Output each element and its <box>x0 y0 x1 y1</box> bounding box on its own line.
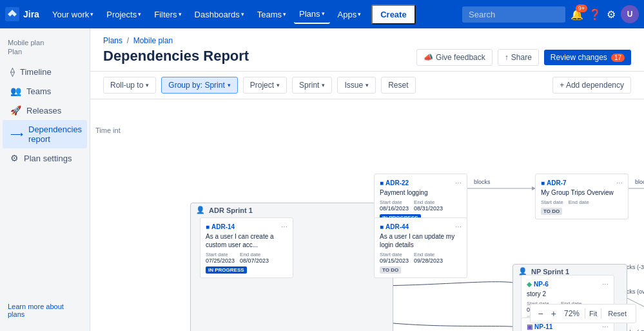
timeline-icon: ⟠ <box>10 66 15 77</box>
sprint-group-label-adr-1: 👤 ADR Sprint 1 <box>191 203 393 217</box>
review-badge: 17 <box>611 54 625 62</box>
sidebar-item-teams[interactable]: 👥 Teams <box>3 81 87 101</box>
nav-your-work[interactable]: Your work ▾ <box>47 6 99 23</box>
card-menu-icon[interactable]: ··· <box>602 279 609 288</box>
top-nav: Jira Your work ▾ Projects ▾ Filters ▾ Da… <box>0 0 644 28</box>
notifications-icon[interactable]: 🔔 9+ <box>571 8 583 21</box>
zoom-controls: − + 72% Fit Reset <box>530 304 636 323</box>
canvas[interactable]: Time int <box>90 99 644 331</box>
time-int-label: Time int <box>93 125 123 135</box>
zoom-out-button[interactable]: − <box>536 307 546 320</box>
sidebar: Mobile plan Plan ⟠ Timeline 👥 Teams 🚀 Re… <box>0 28 90 331</box>
card-title: My Group Trips Overview <box>541 188 623 197</box>
sidebar-item-settings[interactable]: ⚙ Plan settings <box>3 148 87 168</box>
card-adr-14[interactable]: ■ ADR-14 ··· As a user I can create a cu… <box>200 217 293 278</box>
megaphone-icon: 📣 <box>424 53 433 62</box>
card-title: As a user I can update my login details <box>380 232 462 249</box>
notification-badge: 9+ <box>576 5 587 12</box>
nav-right: 🔔 9+ ❓ ⚙ U <box>462 5 639 23</box>
card-menu-icon[interactable]: ··· <box>455 222 462 231</box>
chevron-icon: ▾ <box>241 11 244 17</box>
sidebar-plan-title: Mobile plan <box>0 36 90 48</box>
fit-button[interactable]: Fit <box>585 308 601 319</box>
card-menu-icon[interactable]: ··· <box>616 178 623 187</box>
teams-icon: 👥 <box>10 86 21 96</box>
toolbar: Roll-up to ▾ Group by: Sprint ▾ Project … <box>90 72 644 99</box>
breadcrumb-mobile[interactable]: Mobile plan <box>133 36 173 45</box>
nav-dashboards[interactable]: Dashboards ▾ <box>190 6 249 23</box>
help-icon[interactable]: ❓ <box>589 8 601 21</box>
nav-projects[interactable]: Projects ▾ <box>101 6 146 23</box>
search-input[interactable] <box>462 6 565 23</box>
nav-filters[interactable]: Filters ▾ <box>149 6 186 23</box>
card-title: As a user I can create a custom user acc… <box>206 232 288 249</box>
review-changes-button[interactable]: Review changes 17 <box>544 50 631 65</box>
breadcrumb-plans[interactable]: Plans <box>103 36 122 45</box>
nav-teams[interactable]: Teams ▾ <box>252 6 291 23</box>
card-title: story 2 <box>527 290 609 298</box>
header-title-area: Plans / Mobile plan Dependencies Report <box>103 36 416 71</box>
card-menu-icon[interactable]: ··· <box>455 178 462 187</box>
project-filter-button[interactable]: Project ▾ <box>243 77 287 94</box>
conn-label-blocks-1: blocks <box>474 179 491 185</box>
status-badge: TO DO <box>541 208 562 215</box>
chevron-icon: ▾ <box>322 10 325 17</box>
avatar[interactable]: U <box>621 5 639 23</box>
people-icon: 👤 <box>196 206 205 214</box>
chevron-icon: ▾ <box>179 11 182 17</box>
releases-icon: 🚀 <box>10 105 21 115</box>
status-badge: TO DO <box>380 266 401 274</box>
sidebar-plan-sub: Plan <box>0 48 90 62</box>
chevron-icon: ▾ <box>90 11 93 17</box>
conn-label-blocks-2: blocks <box>635 179 644 185</box>
card-adr-44[interactable]: ■ ADR-44 ··· As a user I can update my l… <box>374 217 467 278</box>
chevron-icon: ▾ <box>277 82 280 88</box>
main-content: Plans / Mobile plan Dependencies Report … <box>90 28 644 331</box>
sprint-filter-button[interactable]: Sprint ▾ <box>292 77 332 94</box>
zoom-in-button[interactable]: + <box>549 307 559 320</box>
issue-filter-button[interactable]: Issue ▾ <box>337 77 376 94</box>
canvas-inner: Time int <box>90 99 644 331</box>
chevron-icon: ▾ <box>283 11 286 17</box>
add-dependency-button[interactable]: + Add dependency <box>552 77 631 94</box>
status-badge: IN PROGRESS <box>206 266 247 274</box>
rollup-button[interactable]: Roll-up to ▾ <box>103 77 156 94</box>
card-adr-7[interactable]: ■ ADR-7 ··· My Group Trips Overview Star… <box>535 174 629 219</box>
chevron-icon: ▾ <box>366 82 369 88</box>
plan-settings-icon: ⚙ <box>10 153 19 163</box>
share-icon: ↑ <box>505 53 509 62</box>
zoom-reset-button[interactable]: Reset <box>604 308 630 319</box>
chevron-icon: ▾ <box>138 11 141 17</box>
create-button[interactable]: Create <box>371 5 415 25</box>
chevron-icon: ▾ <box>228 82 231 88</box>
logo-text: Jira <box>23 9 39 19</box>
header-actions-area: 📣 Give feedback ↑ Share Review changes 1… <box>416 49 631 66</box>
nav-plans[interactable]: Plans ▾ <box>294 5 330 24</box>
card-menu-icon[interactable]: ··· <box>281 222 288 231</box>
group-by-button[interactable]: Group by: Sprint ▾ <box>161 77 237 94</box>
content-header: Plans / Mobile plan Dependencies Report … <box>90 28 644 72</box>
reset-toolbar-button[interactable]: Reset <box>381 77 415 94</box>
dependencies-icon: ⟶ <box>10 129 23 139</box>
breadcrumb: Plans / Mobile plan <box>103 36 416 45</box>
sidebar-item-dependencies[interactable]: ⟶ Dependencies report <box>3 120 87 148</box>
nav-apps[interactable]: Apps ▾ <box>333 6 367 23</box>
card-title: Payment logging <box>380 188 462 197</box>
chevron-icon: ▾ <box>146 82 149 88</box>
learn-more-link[interactable]: Learn more about plans <box>0 297 90 323</box>
feedback-button[interactable]: 📣 Give feedback <box>416 49 493 66</box>
sidebar-item-timeline[interactable]: ⟠ Timeline <box>3 62 87 81</box>
page-title: Dependencies Report <box>103 48 416 65</box>
nav-logo[interactable]: Jira <box>5 7 39 21</box>
card-menu-icon[interactable]: ··· <box>602 322 609 331</box>
sidebar-item-releases[interactable]: 🚀 Releases <box>3 101 87 120</box>
zoom-percent: 72% <box>561 309 582 318</box>
share-button[interactable]: ↑ Share <box>498 49 539 66</box>
chevron-icon: ▾ <box>322 82 325 88</box>
settings-icon[interactable]: ⚙ <box>607 8 616 21</box>
chevron-icon: ▾ <box>358 11 361 17</box>
